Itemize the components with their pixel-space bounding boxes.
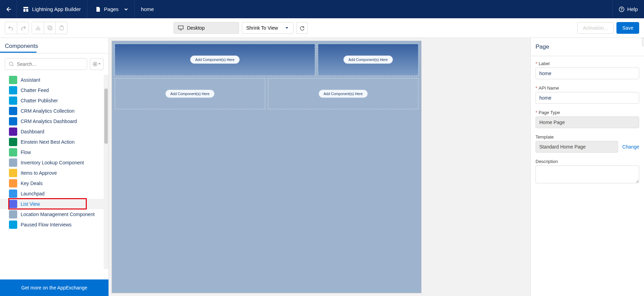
chevron-down-icon	[124, 7, 128, 11]
canvas-page[interactable]: Add Component(s) Here Add Component(s) H…	[112, 41, 422, 293]
description-textarea[interactable]	[536, 165, 639, 183]
component-label: Flow	[21, 150, 31, 155]
copy-button[interactable]	[44, 22, 55, 34]
component-item[interactable]: Inventory Lookup Component	[0, 157, 104, 168]
help-icon: ?	[619, 7, 624, 12]
search-wrapper	[5, 58, 87, 70]
component-item[interactable]: Assistant	[0, 75, 104, 85]
paste-icon	[59, 25, 64, 30]
component-icon	[9, 179, 17, 187]
component-item[interactable]: Dashboard	[0, 126, 104, 137]
properties-panel: Page *Label *API Name *Page Type Templat…	[530, 38, 644, 296]
cut-icon	[35, 25, 41, 31]
paste-button[interactable]	[55, 22, 67, 34]
svg-rect-10	[61, 25, 62, 27]
component-item[interactable]: Einstein Next Best Action	[0, 137, 104, 147]
component-label: Paused Flow Interviews	[21, 222, 72, 227]
svg-rect-11	[178, 26, 183, 29]
apiname-input[interactable]	[536, 92, 639, 104]
component-icon	[9, 210, 17, 218]
pages-dropdown[interactable]: Pages	[87, 0, 135, 18]
svg-rect-9	[60, 26, 63, 30]
help-label: Help	[627, 6, 638, 12]
component-item[interactable]: Location Management Component	[0, 209, 104, 220]
app-header: Lightning App Builder Pages home ? Help	[0, 0, 644, 18]
pagetype-field-label: *Page Type	[536, 110, 639, 115]
component-item[interactable]: Key Deals	[0, 178, 104, 188]
component-item[interactable]: Chatter Feed	[0, 85, 104, 95]
component-label: Launchpad	[21, 191, 44, 196]
change-template-link[interactable]: Change	[622, 144, 639, 150]
svg-rect-2	[26, 9, 28, 12]
scrollbar-thumb[interactable]	[104, 89, 108, 144]
layout-icon	[23, 7, 29, 12]
device-select[interactable]: Desktop	[174, 22, 239, 34]
drop-region-body-right[interactable]: Add Component(s) Here	[268, 78, 418, 109]
save-button[interactable]: Save	[616, 22, 639, 34]
page-name-label: home	[141, 6, 154, 12]
label-field-label: *Label	[536, 61, 639, 66]
component-label: Location Management Component	[21, 212, 95, 217]
component-label: CRM Analytics Dashboard	[21, 119, 77, 124]
component-icon	[9, 221, 17, 229]
component-item[interactable]: CRM Analytics Collection	[0, 106, 104, 116]
drop-region-top-left[interactable]: Add Component(s) Here	[115, 44, 315, 75]
drop-region-body-left[interactable]: Add Component(s) Here	[115, 78, 265, 109]
redo-button[interactable]	[17, 22, 29, 34]
svg-point-13	[94, 63, 96, 65]
svg-point-12	[9, 62, 13, 65]
component-item[interactable]: List View	[0, 199, 104, 209]
refresh-button[interactable]	[296, 22, 308, 34]
body-region: Add Component(s) Here Add Component(s) H…	[115, 78, 418, 109]
activation-button[interactable]: Activation...	[577, 22, 614, 34]
undo-redo-group	[5, 22, 29, 34]
svg-rect-8	[49, 27, 52, 30]
tab-indicator	[0, 52, 37, 53]
hero-region: Add Component(s) Here Add Component(s) H…	[115, 44, 418, 75]
component-label: Assistant	[21, 77, 40, 83]
component-item[interactable]: Launchpad	[0, 188, 104, 199]
components-panel: Components AssistantChatter FeedChatter …	[0, 38, 109, 296]
component-item[interactable]: Chatter Publisher	[0, 95, 104, 106]
template-input	[536, 141, 618, 153]
back-button[interactable]	[0, 0, 17, 18]
component-icon	[9, 117, 17, 125]
apiname-field-label: *API Name	[536, 85, 639, 91]
help-button[interactable]: ? Help	[612, 0, 644, 18]
component-item[interactable]: Items to Approve	[0, 168, 104, 178]
scrollbar-track[interactable]	[104, 75, 108, 269]
label-input[interactable]	[536, 68, 639, 79]
search-input[interactable]	[5, 58, 87, 70]
component-label: CRM Analytics Collection	[21, 108, 74, 114]
caret-down-icon	[285, 26, 289, 30]
cut-button[interactable]	[32, 22, 44, 34]
component-list[interactable]: AssistantChatter FeedChatter PublisherCR…	[0, 75, 108, 279]
components-tab[interactable]: Components	[0, 38, 108, 53]
component-label: Einstein Next Best Action	[21, 139, 74, 145]
component-item[interactable]: Flow	[0, 147, 104, 157]
component-icon	[9, 200, 17, 208]
panel-settings-button[interactable]	[90, 58, 104, 70]
component-icon	[9, 86, 17, 94]
undo-icon	[8, 25, 14, 31]
gear-icon	[93, 62, 97, 67]
description-field-label: Description	[536, 159, 639, 164]
shrink-select[interactable]: Shrink To View	[242, 22, 293, 34]
component-icon	[9, 159, 17, 167]
page-icon	[96, 7, 101, 12]
drop-region-top-right[interactable]: Add Component(s) Here	[318, 44, 418, 75]
component-icon	[9, 127, 17, 136]
component-item[interactable]: Paused Flow Interviews	[0, 220, 104, 230]
appexchange-button[interactable]: Get more on the AppExchange	[0, 279, 108, 296]
component-icon	[9, 107, 17, 115]
collapse-panel-button[interactable]	[642, 38, 644, 46]
component-item[interactable]: CRM Analytics Dashboard	[0, 116, 104, 126]
undo-button[interactable]	[5, 22, 17, 34]
canvas-controls: Desktop Shrink To View	[174, 22, 308, 34]
component-icon	[9, 76, 17, 84]
template-row: Change	[536, 141, 639, 153]
redo-icon	[20, 25, 26, 31]
search-row	[0, 53, 108, 75]
svg-rect-1	[23, 9, 25, 12]
component-icon	[9, 169, 17, 177]
